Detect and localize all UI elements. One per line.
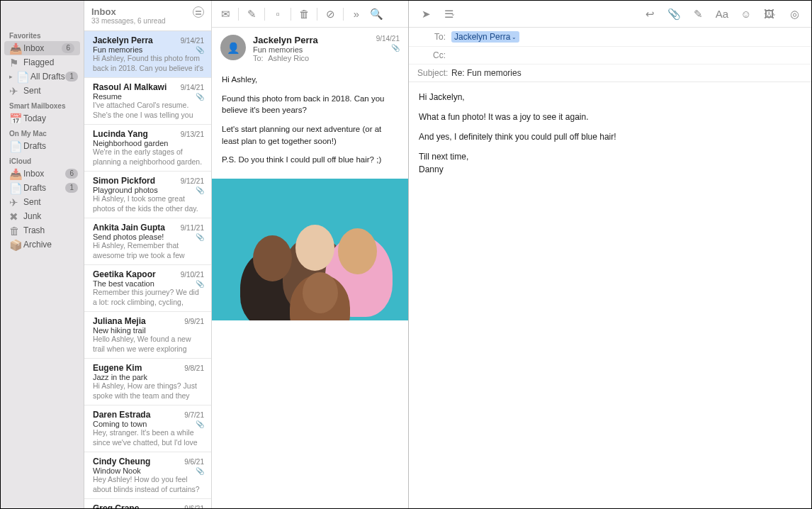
- message-item-subject: Window Nook: [93, 466, 141, 475]
- emoji-icon[interactable]: ☺: [736, 6, 756, 23]
- mailbox-title: Inbox: [91, 6, 193, 17]
- message-item-sender: Simon Pickford: [93, 176, 155, 186]
- body-paragraph: And yes, I definitely think you could pu…: [419, 130, 801, 143]
- compose-to-row[interactable]: To: Jackelyn Perra⌄: [409, 28, 811, 47]
- doc-icon: 📄: [9, 183, 19, 193]
- recipient-token[interactable]: Jackelyn Perra⌄: [451, 31, 519, 43]
- message-item[interactable]: Greg Crane9/6/21New ways to take your ph…: [84, 499, 211, 508]
- header-fields-icon[interactable]: ☰⌄: [440, 6, 460, 23]
- sidebar-section-title: iCloud: [1, 153, 84, 167]
- message-item-date: 9/6/21: [184, 458, 204, 466]
- sidebar-item-label: Trash: [23, 225, 45, 235]
- message-item[interactable]: Ankita Jain Gupta9/11/21Send photos plea…: [84, 218, 211, 265]
- trash-icon: 🗑: [9, 225, 19, 235]
- message-subject: Fun memories: [253, 45, 369, 54]
- message-item[interactable]: Simon Pickford9/12/21Playground photos📎H…: [84, 172, 211, 218]
- message-item-subject: The best vacation: [93, 279, 154, 288]
- sidebar-item-label: Inbox: [23, 43, 44, 53]
- sidebar-item-inbox[interactable]: 📥Inbox6: [1, 167, 84, 181]
- sidebar-item-label: Archive: [23, 240, 52, 250]
- more-icon[interactable]: »: [347, 6, 366, 23]
- sidebar-section-title: Smart Mailboxes: [1, 98, 84, 111]
- body-paragraph: What a fun photo! It was a joy to see it…: [419, 111, 801, 123]
- message-item-sender: Eugene Kim: [93, 363, 142, 373]
- sidebar-item-sent[interactable]: ✈︎Sent: [1, 84, 84, 98]
- junk-icon[interactable]: ⊘: [321, 6, 339, 23]
- sidebar-item-drafts[interactable]: 📄Drafts: [1, 139, 84, 153]
- photo-browser-icon[interactable]: 🖼⌄: [760, 6, 780, 23]
- sidebar-item-archive[interactable]: 📦Archive: [1, 237, 84, 252]
- message-item-date: 9/8/21: [184, 364, 204, 372]
- compose-icon[interactable]: ✎: [242, 6, 261, 23]
- doc-icon: 📄: [16, 72, 26, 82]
- count-badge: 6: [65, 169, 78, 179]
- message-item-preview: Hi Ashley, How are things? Just spoke wi…: [93, 381, 204, 401]
- compose-body[interactable]: Hi Jackelyn,What a fun photo! It was a j…: [409, 82, 811, 191]
- message-item-date: 9/11/21: [181, 224, 204, 232]
- search-icon[interactable]: 🔍: [367, 6, 385, 23]
- avatar: 👤: [220, 35, 246, 60]
- sidebar-item-all-drafts[interactable]: ▸📄All Drafts1: [1, 69, 84, 84]
- message-item[interactable]: Eugene Kim9/8/21Jazz in the parkHi Ashle…: [84, 359, 211, 405]
- message-item[interactable]: Cindy Cheung9/6/21Window Nook📎Hey Ashley…: [84, 452, 211, 499]
- message-item-subject: Send photos please!: [93, 233, 164, 241]
- sidebar-item-today[interactable]: 📅Today: [1, 111, 84, 125]
- sidebar-item-flagged[interactable]: ⚑Flagged: [1, 55, 84, 69]
- message-item-preview: Hello Ashley, We found a new trail when …: [93, 335, 204, 354]
- sidebar-item-label: Drafts: [23, 141, 46, 151]
- paperclip-icon: 📎: [196, 46, 204, 54]
- message-item-sender: Rasoul Al Malkawi: [93, 82, 167, 92]
- message-item[interactable]: Geetika Kapoor9/10/21The best vacation📎R…: [84, 265, 211, 312]
- message-item-subject: New hiking trail: [93, 326, 146, 335]
- sidebar-item-junk[interactable]: ✖︎Junk: [1, 209, 84, 223]
- message-item[interactable]: Rasoul Al Malkawi9/14/21Resume📎I've atta…: [84, 78, 211, 125]
- message-from: Jackelyn Perra: [253, 35, 369, 45]
- archive-icon: 📦: [9, 240, 19, 250]
- compose-subject[interactable]: Re: Fun memories: [451, 68, 803, 78]
- compose-subject-row[interactable]: Subject: Re: Fun memories: [409, 65, 811, 82]
- message-item-preview: I've attached Carol's resume. She's the …: [93, 101, 204, 120]
- compose-toolbar: ➤ ☰⌄ ↩︎ 📎 ✎ Aa ☺ 🖼⌄ ◎: [409, 1, 811, 28]
- attachment-icon: 📎: [376, 44, 400, 52]
- doc-icon: 📄: [9, 141, 19, 151]
- message-list-header: Inbox 33 messages, 6 unread: [84, 1, 211, 31]
- message-item-sender: Daren Estrada: [93, 410, 150, 420]
- sidebar-item-inbox[interactable]: 📥Inbox6: [4, 41, 80, 55]
- compose-cc-row[interactable]: Cc:: [409, 47, 811, 65]
- message-item-subject: Playground photos: [93, 186, 158, 194]
- attach-icon[interactable]: 📎: [664, 6, 684, 23]
- message-item[interactable]: Lucinda Yang9/13/21Neighborhood gardenWe…: [84, 125, 211, 172]
- message-item-preview: Hi Ashley, Remember that awesome trip we…: [93, 241, 204, 260]
- message-item-date: 9/6/21: [184, 505, 204, 508]
- archive-icon[interactable]: ▫: [269, 6, 287, 23]
- reader-toolbar: ✉︎ ✎ ▫ 🗑 ⊘ » 🔍: [212, 1, 408, 28]
- message-item[interactable]: Daren Estrada9/7/21Coming to town📎Hey, s…: [84, 405, 211, 452]
- message-item-sender: Juliana Mejia: [93, 316, 146, 326]
- count-badge: 1: [65, 72, 78, 82]
- body-paragraph: Hi Ashley,: [222, 74, 398, 86]
- sidebar-item-label: Sent: [23, 86, 41, 96]
- send-icon[interactable]: ➤: [416, 6, 436, 23]
- reply-arrow-icon[interactable]: ↩︎: [640, 6, 660, 23]
- delete-icon[interactable]: 🗑: [295, 6, 313, 23]
- sidebar-item-label: Sent: [23, 197, 41, 207]
- sidebar-item-trash[interactable]: 🗑Trash: [1, 223, 84, 237]
- message-item[interactable]: Jackelyn Perra9/14/21Fun memories📎Hi Ash…: [84, 31, 211, 78]
- disclosure-icon[interactable]: ▸: [9, 73, 15, 80]
- message-item[interactable]: Juliana Mejia9/9/21New hiking trailHello…: [84, 312, 211, 359]
- message-list[interactable]: Jackelyn Perra9/14/21Fun memories📎Hi Ash…: [84, 31, 211, 508]
- link-icon[interactable]: ◎: [784, 6, 804, 23]
- sidebar-item-sent[interactable]: ✈︎Sent: [1, 195, 84, 209]
- message-item-date: 9/13/21: [181, 130, 204, 138]
- filter-icon[interactable]: [193, 6, 204, 18]
- message-item-sender: Greg Crane: [93, 503, 139, 508]
- sent-icon: ✈︎: [9, 197, 19, 207]
- format-icon[interactable]: Aa: [712, 6, 732, 23]
- reply-icon[interactable]: ✉︎: [216, 6, 235, 23]
- sidebar-item-drafts[interactable]: 📄Drafts1: [1, 181, 84, 195]
- inbox-icon: 📥: [9, 43, 19, 53]
- message-item-preview: Remember this journey? We did a lot: roc…: [93, 288, 204, 307]
- message-item-subject: Neighborhood garden: [93, 139, 168, 147]
- attached-photo[interactable]: [212, 179, 408, 320]
- markup-icon[interactable]: ✎: [688, 6, 708, 23]
